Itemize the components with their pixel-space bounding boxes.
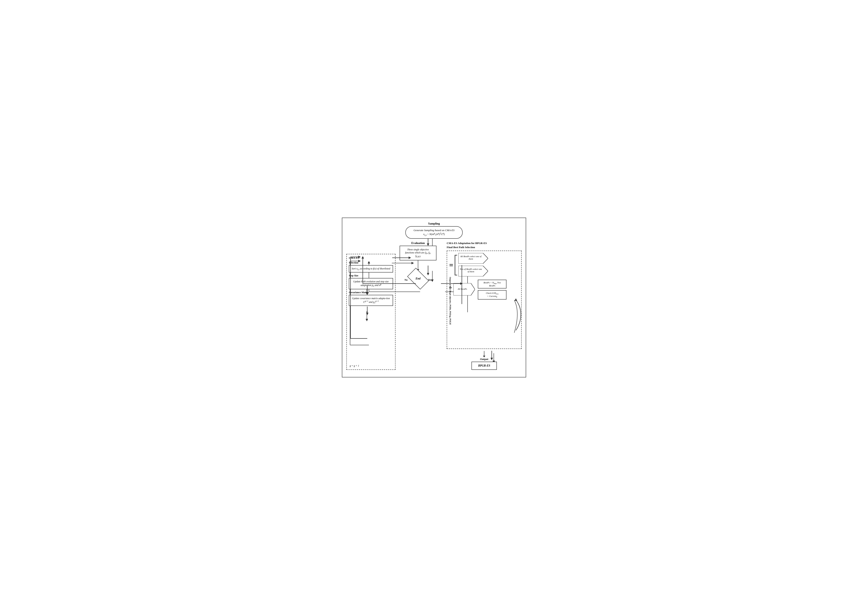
bestps-info-box: BestPs < Nhop Two BestPs <box>478 280 506 289</box>
equals-sign: = <box>449 261 453 269</box>
g-label: g = g + 1 <box>350 364 359 367</box>
output-section: Output BPGR-ES <box>447 351 522 370</box>
evaluation-box: Three single objective functions which a… <box>400 246 437 260</box>
adaptation-section: CMA-ES Adaptation for BPGR-ES Final Best… <box>441 241 522 370</box>
selection-area: = All BestPs select one of them <box>449 253 519 277</box>
all-bestps-pentagon: All BestPs <box>453 283 475 296</box>
adaptation-dashed-box: = All BestPs select one of them <box>447 250 522 349</box>
lower-adapt: Or ≈ All BestPs <box>449 280 519 300</box>
cov-matrix-label: Covariance Matrix <box>349 291 393 294</box>
cma-es-title: CMA-ES <box>349 256 393 260</box>
adaptation-title: CMA-ES Adaptation for BPGR-ES <box>447 241 522 245</box>
cov-matrix-box: Update covariance matrix adapta-tion Cg+… <box>349 295 393 306</box>
selection-box: Sort xi,λ according to f(x) of Shortlist… <box>349 265 393 272</box>
cma-es-box: CMA-ES Selection Sort xi,λ according to … <box>346 254 396 370</box>
pentagon-item-2: Two of BestPs select one of them <box>458 266 488 277</box>
diagram-container: Sampling Generate Sampling based on CMA-… <box>342 218 526 377</box>
sampling-box: Generate Sampling based on CMA-ES xi,λ ~… <box>405 226 463 239</box>
or-label: Or <box>449 286 452 289</box>
pentagon-item-1: All BestPs select one of them <box>458 253 488 265</box>
sampling-label: Sampling <box>428 222 440 225</box>
center-column: Evaluation Three single objective functi… <box>396 241 441 370</box>
step-size-label: Step Size <box>349 274 393 277</box>
end-diamond: End No Yes <box>404 269 433 288</box>
selection-label: Selection <box>349 261 393 264</box>
step-size-box: Update Path evolution and step size adap… <box>349 278 393 289</box>
evaluation-label: Evaluation <box>411 241 425 245</box>
check-lsn-box: Check LSNGw> CurrentE <box>478 290 506 299</box>
yes-label: Yes <box>428 278 431 281</box>
approx-label: ≈ <box>450 289 452 293</box>
output-box: BPGR-ES <box>471 362 497 370</box>
output-label: Output <box>480 358 488 361</box>
no-label: No <box>404 278 407 281</box>
adaptation-subtitle: Final Best Path Selection <box>447 246 522 249</box>
